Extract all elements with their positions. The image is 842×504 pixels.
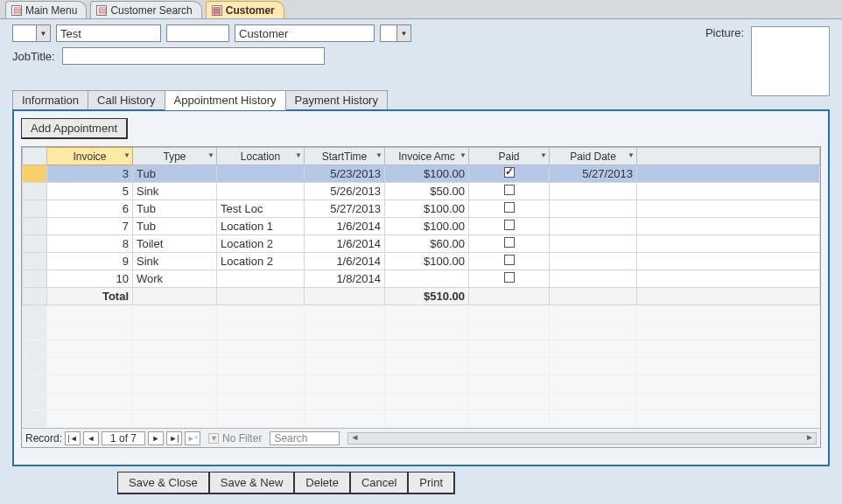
tab-information[interactable]: Information [12, 90, 88, 110]
first-name-field[interactable]: Test [56, 24, 161, 42]
cell-amount[interactable]: $60.00 [385, 235, 469, 253]
row-selector-header[interactable] [23, 148, 47, 165]
cell-type[interactable]: Toilet [133, 235, 217, 253]
checkbox[interactable] [504, 237, 515, 248]
column-header-starttime[interactable]: StartTime▼ [305, 148, 385, 165]
table-row[interactable]: 8ToiletLocation 21/6/2014$60.00 [23, 235, 820, 253]
checkbox[interactable] [504, 220, 515, 230]
cell-paid[interactable] [469, 218, 550, 235]
nav-next-button[interactable]: ► [148, 431, 164, 445]
column-header-paid-date[interactable]: Paid Date▼ [550, 148, 637, 165]
table-row[interactable]: 6TubTest Loc5/27/2013$100.00 [23, 200, 820, 218]
horizontal-scrollbar[interactable] [347, 432, 817, 444]
tab-appointment-history[interactable]: Appointment History [165, 90, 286, 110]
cell-paid-date[interactable] [550, 270, 637, 288]
suffix-combo[interactable]: ▼ [380, 24, 411, 42]
nav-new-button[interactable]: ►* [185, 431, 200, 445]
cell-location[interactable]: Location 2 [217, 235, 305, 253]
save-close-button[interactable]: Save & Close [117, 472, 210, 494]
add-appointment-button[interactable]: Add Appointment [21, 118, 128, 139]
search-input[interactable]: Search [270, 431, 340, 445]
checkbox[interactable] [504, 167, 515, 178]
doc-tab-customer[interactable]: Customer [206, 1, 284, 18]
cell-location[interactable] [217, 183, 305, 200]
picture-placeholder[interactable] [751, 26, 830, 96]
cell-amount[interactable] [385, 270, 469, 288]
cell-location[interactable] [217, 270, 305, 288]
cell-amount[interactable]: $50.00 [385, 183, 469, 200]
tab-payment-history[interactable]: Payment History [285, 90, 388, 110]
row-selector[interactable] [23, 253, 47, 270]
cell-amount[interactable]: $100.00 [385, 253, 469, 270]
table-row[interactable]: 7TubLocation 11/6/2014$100.00 [23, 218, 820, 235]
checkbox[interactable] [504, 185, 515, 195]
cell-paid[interactable] [469, 235, 550, 253]
cell-start-time[interactable]: 1/6/2014 [305, 235, 385, 253]
job-title-field[interactable] [62, 47, 325, 65]
delete-button[interactable]: Delete [294, 472, 351, 494]
chevron-down-icon[interactable]: ▼ [628, 151, 635, 159]
cell-type[interactable]: Work [133, 270, 217, 288]
chevron-down-icon[interactable]: ▼ [396, 25, 410, 41]
cell-type[interactable]: Tub [133, 218, 217, 235]
row-selector[interactable] [23, 218, 47, 235]
column-header-paid[interactable]: Paid▼ [469, 148, 550, 165]
checkbox[interactable] [504, 255, 515, 265]
cell-start-time[interactable]: 1/8/2014 [305, 270, 385, 288]
cell-paid[interactable] [469, 165, 550, 183]
cell-type[interactable]: Tub [133, 165, 217, 183]
nav-last-button[interactable]: ►| [166, 431, 182, 445]
cell-location[interactable]: Test Loc [217, 200, 305, 218]
cell-invoice[interactable]: 8 [47, 235, 133, 253]
chevron-down-icon[interactable]: ▼ [123, 151, 130, 159]
row-selector[interactable] [23, 183, 47, 200]
row-selector[interactable] [23, 235, 47, 253]
chevron-down-icon[interactable]: ▼ [36, 25, 50, 41]
cell-invoice[interactable]: 7 [47, 218, 133, 235]
chevron-down-icon[interactable]: ▼ [295, 151, 302, 159]
nav-first-button[interactable]: |◄ [65, 431, 81, 445]
cell-start-time[interactable]: 1/6/2014 [305, 253, 385, 270]
row-selector[interactable] [23, 270, 47, 288]
cell-location[interactable]: Location 1 [217, 218, 305, 235]
row-selector[interactable] [23, 200, 47, 218]
print-button[interactable]: Print [408, 472, 455, 494]
cell-amount[interactable]: $100.00 [385, 218, 469, 235]
chevron-down-icon[interactable]: ▼ [375, 151, 382, 159]
cell-paid-date[interactable]: 5/27/2013 [550, 165, 637, 183]
cancel-button[interactable]: Cancel [350, 472, 409, 494]
cell-paid-date[interactable] [550, 218, 637, 235]
cell-invoice[interactable]: 9 [47, 253, 133, 270]
chevron-down-icon[interactable]: ▼ [540, 151, 547, 159]
cell-paid[interactable] [469, 270, 550, 288]
cell-amount[interactable]: $100.00 [385, 165, 469, 183]
tab-call-history[interactable]: Call History [88, 90, 165, 110]
cell-paid-date[interactable] [550, 235, 637, 253]
cell-start-time[interactable]: 5/27/2013 [305, 200, 385, 218]
cell-amount[interactable]: $100.00 [385, 200, 469, 218]
nav-prev-button[interactable]: ◄ [83, 431, 99, 445]
doc-tab-main-menu[interactable]: Main Menu [5, 1, 87, 18]
cell-invoice[interactable]: 3 [47, 165, 133, 183]
cell-paid-date[interactable] [550, 183, 637, 200]
middle-name-field[interactable] [166, 24, 229, 42]
row-selector[interactable] [23, 165, 47, 183]
doc-tab-customer-search[interactable]: Customer Search [90, 1, 201, 18]
cell-paid-date[interactable] [550, 253, 637, 270]
checkbox[interactable] [504, 272, 515, 283]
table-row[interactable]: 10Work1/8/2014 [23, 270, 820, 288]
cell-location[interactable] [217, 165, 305, 183]
cell-invoice[interactable]: 6 [47, 200, 133, 218]
table-row[interactable]: 3Tub5/23/2013$100.005/27/2013 [23, 165, 820, 183]
chevron-down-icon[interactable]: ▼ [207, 151, 214, 159]
column-header-invoice[interactable]: Invoice▼ [47, 148, 133, 165]
cell-invoice[interactable]: 10 [47, 270, 133, 288]
save-new-button[interactable]: Save & New [209, 472, 296, 494]
cell-type[interactable]: Sink [133, 253, 217, 270]
cell-paid[interactable] [469, 200, 550, 218]
cell-paid[interactable] [469, 183, 550, 200]
cell-invoice[interactable]: 5 [47, 183, 133, 200]
checkbox[interactable] [504, 202, 515, 213]
cell-type[interactable]: Tub [133, 200, 217, 218]
table-row[interactable]: 9SinkLocation 21/6/2014$100.00 [23, 253, 820, 270]
